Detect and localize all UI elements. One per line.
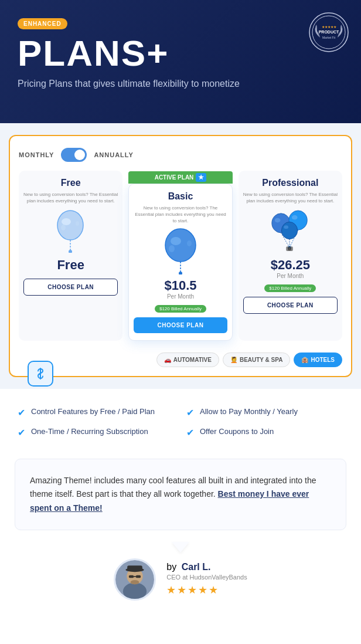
plan-name-basic: Basic — [134, 191, 227, 202]
plans-section: MONTHLY ANNUALLY Free New to using conve… — [0, 123, 361, 389]
beauty-icon: 💆 — [230, 357, 237, 363]
svg-point-20 — [292, 215, 298, 220]
feature-item-0: ✔ Control Features by Free / Paid Plan — [18, 406, 175, 418]
main-title: PLANS+ — [18, 35, 343, 72]
author-row: by Carl L. CEO at HudsonValleyBands ★★★★… — [15, 553, 346, 601]
toggle-annually-label: ANNUALLY — [94, 151, 134, 158]
price-basic: $10.5 — [134, 278, 227, 293]
features-grid: ✔ Control Features by Free / Paid Plan ✔… — [18, 406, 343, 438]
svg-point-11 — [165, 229, 196, 262]
hotels-icon: 🏨 — [301, 357, 308, 363]
feature-text-3: Offer Coupons to Join — [200, 426, 274, 437]
svg-point-6 — [62, 218, 71, 225]
check-icon-2: ✔ — [18, 427, 25, 438]
subtitle: Pricing Plans that gives ultimate flexib… — [18, 79, 343, 89]
price-free: Free — [23, 257, 118, 273]
testimonial-section: Amazing Theme! includes many cool featur… — [0, 450, 361, 612]
author-info: by Carl L. CEO at HudsonValleyBands ★★★★… — [166, 562, 247, 596]
feature-text-2: One-Time / Recurring Subscription — [31, 426, 148, 437]
active-plan-star: ★ — [196, 173, 206, 182]
svg-point-5 — [57, 211, 83, 240]
plan-name-professional: Professional — [243, 178, 338, 188]
cat-tab-automotive[interactable]: 🚗 AUTOMATIVE — [156, 352, 219, 367]
triangle-down — [172, 542, 189, 553]
by-label: by Carl L. — [166, 562, 247, 572]
balloon-free — [50, 209, 91, 253]
svg-text:Market Fit: Market Fit — [322, 36, 336, 39]
feature-text-0: Control Features by Free / Paid Plan — [31, 406, 155, 417]
svg-point-12 — [171, 237, 181, 245]
svg-point-38 — [131, 580, 139, 584]
author-name: Carl L. — [182, 562, 211, 572]
testimonial-card: Amazing Theme! includes many cool featur… — [15, 459, 346, 530]
svg-point-31 — [123, 582, 147, 599]
dollar-icon — [28, 361, 53, 387]
plan-desc-free: New to using conversion tools? The Essen… — [23, 191, 118, 204]
toggle-switch[interactable] — [61, 148, 87, 162]
svg-point-9 — [61, 225, 66, 231]
svg-point-22 — [284, 225, 289, 229]
plan-grid: Free New to using conversion tools? The … — [19, 171, 342, 341]
features-section: ✔ Control Features by Free / Paid Plan ✔… — [0, 389, 361, 450]
price-professional: $26.25 — [243, 257, 338, 273]
svg-text:★★★★★: ★★★★★ — [322, 25, 336, 29]
category-tabs: 🚗 AUTOMATIVE 💆 BEAUTY & SPA 🏨 HOTELS — [19, 352, 342, 367]
cat-tab-beauty[interactable]: 💆 BEAUTY & SPA — [223, 352, 291, 367]
svg-point-16 — [187, 240, 192, 246]
check-icon-3: ✔ — [186, 427, 194, 438]
choose-plan-free-button[interactable]: CHOOSE PLAN — [23, 279, 118, 296]
cat-tab-hotels[interactable]: 🏨 HOTELS — [294, 352, 342, 367]
product-badge: ★★★★★ PRODUCT Market Fit — [308, 12, 349, 53]
plans-card: MONTHLY ANNUALLY Free New to using conve… — [9, 135, 352, 377]
enhanced-badge: ENHANCED — [18, 18, 67, 29]
automotive-icon: 🚗 — [164, 357, 171, 363]
svg-rect-35 — [129, 575, 134, 578]
check-icon-1: ✔ — [186, 407, 194, 418]
svg-point-10 — [76, 221, 79, 226]
toggle-row: MONTHLY ANNUALLY — [19, 148, 342, 162]
svg-rect-36 — [136, 575, 141, 578]
author-avatar — [114, 558, 156, 601]
feature-item-2: ✔ One-Time / Recurring Subscription — [18, 426, 175, 438]
billed-basic: $120 Billed Annually — [155, 305, 206, 313]
toggle-monthly-label: MONTHLY — [19, 151, 54, 158]
choose-plan-basic-button[interactable]: CHOOSE PLAN — [134, 317, 227, 333]
testimonial-text: Amazing Theme! includes many cool featur… — [30, 474, 331, 516]
svg-rect-34 — [127, 565, 142, 571]
automotive-label: AUTOMATIVE — [173, 357, 212, 363]
feature-text-1: Allow to Pay Monthly / Yearly — [200, 406, 298, 417]
balloon-basic — [160, 229, 201, 273]
plan-desc-professional: New to using conversion tools? The Essen… — [243, 191, 338, 204]
svg-point-29 — [289, 248, 291, 250]
feature-item-3: ✔ Offer Coupons to Join — [186, 426, 343, 438]
beauty-label: BEAUTY & SPA — [240, 357, 283, 363]
hotels-label: HOTELS — [311, 357, 335, 363]
price-period-basic: Per Month — [134, 293, 227, 300]
plan-col-basic: ACTIVE PLAN ★ Basic New to using convers… — [128, 184, 232, 341]
svg-point-8 — [69, 250, 72, 253]
header-section: ENHANCED PLANS+ Pricing Plans that gives… — [0, 0, 361, 123]
svg-text:PRODUCT: PRODUCT — [319, 30, 339, 34]
author-stars: ★★★★★ — [166, 584, 247, 596]
price-period-professional: Per Month — [243, 273, 338, 279]
feature-item-1: ✔ Allow to Pay Monthly / Yearly — [186, 406, 343, 418]
billed-professional: $120 Billed Annually — [264, 284, 316, 292]
plan-col-free: Free New to using conversion tools? The … — [19, 171, 122, 341]
balloon-professional — [270, 209, 311, 253]
plan-col-professional: Professional New to using conversion too… — [239, 171, 342, 341]
plan-desc-basic: New to using conversion tools? The Essen… — [134, 205, 227, 225]
svg-point-18 — [275, 218, 281, 223]
plan-name-free: Free — [23, 178, 118, 188]
choose-plan-professional-button[interactable]: CHOOSE PLAN — [243, 297, 338, 314]
active-plan-label: ACTIVE PLAN — [155, 174, 194, 181]
svg-point-15 — [169, 245, 175, 252]
svg-point-14 — [179, 272, 182, 274]
active-plan-banner: ACTIVE PLAN ★ — [128, 171, 232, 184]
author-title: CEO at HudsonValleyBands — [166, 574, 247, 581]
check-icon-0: ✔ — [18, 407, 25, 418]
